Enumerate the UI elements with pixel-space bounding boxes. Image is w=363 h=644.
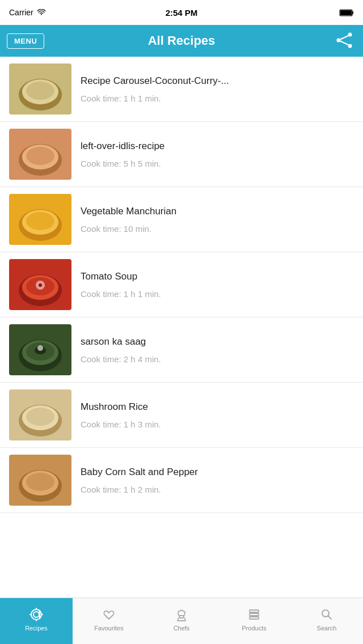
recipe-thumbnail — [9, 389, 71, 440]
recipe-name: Vegetable Manchurian — [81, 205, 354, 218]
recipe-cooktime: Cook time: 2 h 4 min. — [81, 354, 354, 364]
svg-rect-2 — [340, 10, 352, 15]
recipe-thumbnail — [9, 63, 71, 115]
battery-icon — [339, 9, 354, 16]
recipes-tab-label: Recipes — [25, 625, 48, 632]
share-icon — [335, 31, 354, 50]
svg-rect-1 — [352, 11, 353, 14]
svg-rect-52 — [250, 617, 259, 619]
recipe-thumbnail — [9, 324, 71, 375]
recipe-cooktime: Cook time: 5 h 5 min. — [81, 159, 354, 168]
tab-chefs[interactable]: Chefs — [145, 598, 218, 644]
recipe-info: Tomato SoupCook time: 1 h 1 min. — [81, 270, 354, 298]
svg-point-3 — [348, 32, 352, 36]
search-tab-label: Search — [317, 625, 337, 632]
favourites-tab-icon — [101, 607, 117, 622]
recipe-info: Baby Corn Salt and PepperCook time: 1 h … — [81, 466, 354, 494]
recipe-info: Mushroom RiceCook time: 1 h 3 min. — [81, 401, 354, 429]
status-right — [339, 9, 354, 16]
svg-line-6 — [340, 36, 348, 40]
tab-bar: Recipes Favourites Chefs — [0, 598, 363, 644]
products-tab-label: Products — [242, 625, 266, 632]
svg-rect-50 — [250, 610, 259, 612]
svg-point-5 — [348, 44, 352, 48]
recipe-cooktime: Cook time: 1 h 2 min. — [81, 485, 354, 494]
recipe-name: Tomato Soup — [81, 270, 354, 283]
app-header: MENU All Recipes — [0, 25, 363, 57]
recipe-cooktime: Cook time: 1 h 3 min. — [81, 420, 354, 429]
svg-point-39 — [26, 473, 54, 491]
svg-line-7 — [340, 41, 348, 45]
chefs-tab-label: Chefs — [174, 625, 190, 632]
recipe-name: Recipe Carousel-Coconut-Curry-... — [81, 75, 354, 87]
svg-point-11 — [26, 82, 54, 100]
products-tab-icon — [246, 607, 262, 622]
recipe-info: left-over-idlis-recipeCook time: 5 h 5 m… — [81, 140, 354, 168]
search-tab-icon — [319, 607, 335, 622]
status-time: 2:54 PM — [166, 8, 198, 18]
tab-products[interactable]: Products — [218, 598, 290, 644]
svg-point-15 — [26, 147, 54, 165]
menu-button[interactable]: MENU — [7, 33, 44, 49]
share-button[interactable] — [332, 28, 356, 54]
favourites-tab-label: Favourites — [94, 625, 123, 632]
svg-line-54 — [328, 616, 332, 619]
recipe-item[interactable]: Baby Corn Salt and PepperCook time: 1 h … — [0, 448, 363, 513]
tab-recipes[interactable]: Recipes — [0, 598, 73, 644]
carrier-label: Carrier — [9, 8, 33, 17]
recipe-list: Recipe Carousel-Coconut-Curry-...Cook ti… — [0, 57, 363, 598]
status-bar: Carrier 2:54 PM — [0, 0, 363, 25]
recipe-item[interactable]: Tomato SoupCook time: 1 h 1 min. — [0, 252, 363, 317]
recipe-name: Baby Corn Salt and Pepper — [81, 466, 354, 478]
recipe-thumbnail — [9, 259, 71, 310]
svg-rect-49 — [179, 616, 184, 618]
tab-search[interactable]: Search — [290, 598, 363, 644]
page-title: All Recipes — [148, 33, 216, 48]
tab-favourites[interactable]: Favourites — [73, 598, 145, 644]
svg-point-4 — [337, 38, 341, 42]
recipe-item[interactable]: Recipe Carousel-Coconut-Curry-...Cook ti… — [0, 57, 363, 122]
svg-rect-51 — [250, 613, 259, 616]
recipe-item[interactable]: left-over-idlis-recipeCook time: 5 h 5 m… — [0, 122, 363, 187]
recipe-name: sarson ka saag — [81, 336, 354, 348]
recipe-info: Recipe Carousel-Coconut-Curry-...Cook ti… — [81, 75, 354, 103]
recipe-thumbnail — [9, 194, 71, 245]
recipe-info: sarson ka saagCook time: 2 h 4 min. — [81, 336, 354, 363]
recipe-thumbnail — [9, 129, 71, 180]
svg-point-31 — [37, 345, 43, 351]
recipe-item[interactable]: Vegetable ManchurianCook time: 10 min. — [0, 187, 363, 252]
chefs-tab-icon — [174, 607, 189, 622]
recipe-item[interactable]: Mushroom RiceCook time: 1 h 3 min. — [0, 383, 363, 448]
recipe-name: Mushroom Rice — [81, 401, 354, 413]
recipes-tab-icon — [28, 607, 44, 622]
recipe-cooktime: Cook time: 1 h 1 min. — [81, 94, 354, 103]
recipe-cooktime: Cook time: 1 h 1 min. — [81, 289, 354, 299]
recipe-thumbnail — [9, 455, 71, 506]
svg-point-25 — [39, 283, 42, 287]
svg-point-19 — [26, 212, 54, 230]
recipe-info: Vegetable ManchurianCook time: 10 min. — [81, 205, 354, 233]
recipe-cooktime: Cook time: 10 min. — [81, 224, 354, 234]
recipe-item[interactable]: sarson ka saagCook time: 2 h 4 min. — [0, 317, 363, 383]
wifi-icon — [37, 9, 46, 16]
svg-point-35 — [26, 408, 54, 426]
status-left: Carrier — [9, 8, 46, 17]
recipe-name: left-over-idlis-recipe — [81, 140, 354, 152]
